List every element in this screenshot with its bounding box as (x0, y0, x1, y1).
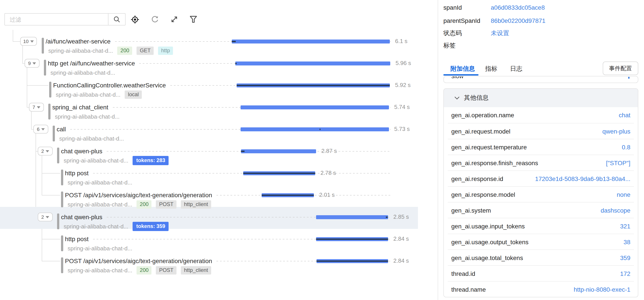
service-name: spring-ai-alibaba-chat-d... (68, 201, 132, 207)
tree-line (42, 261, 60, 261)
span-duration: 5.74 s (394, 104, 410, 110)
service-name: spring-ai-alibaba-chat-d... (64, 223, 128, 229)
timeline-bar[interactable] (316, 237, 388, 241)
self-time-stripe (262, 194, 314, 196)
span-duration: 2.84 s (393, 235, 409, 242)
span-meta: spring-ai-alibaba-chat-d... (68, 244, 132, 252)
tag-badge: http_client (181, 266, 211, 274)
attribute-value[interactable]: ["STOP"] (606, 159, 630, 166)
detail-field-value[interactable]: 86b0e02200d97871 (491, 17, 546, 24)
collapse-toggle[interactable]: 2 (38, 213, 53, 221)
timeline-bar[interactable] (241, 149, 316, 153)
attribute-key: gen_ai.request.temperature (451, 144, 527, 151)
span-meta: spring-ai-alibaba-chat-d... (68, 178, 132, 187)
timeline-bar[interactable] (316, 215, 388, 219)
span-row[interactable]: http post (65, 169, 391, 177)
tab-extra-info[interactable]: 附加信息 (450, 65, 475, 73)
attribute-value[interactable]: dashscope (601, 207, 630, 214)
span-name[interactable]: chat qwen-plus (61, 148, 102, 155)
timeline-bar[interactable] (316, 259, 388, 263)
locate-button[interactable] (130, 15, 140, 24)
timeline-bar[interactable] (243, 171, 315, 175)
timeline-bar[interactable] (235, 61, 390, 65)
span-kind-bar (42, 38, 44, 54)
attribute-row: gen_ai.response.finish_reasons["STOP"] (448, 155, 634, 171)
tree-line (27, 85, 48, 86)
timeline-bar[interactable] (232, 39, 390, 43)
tree-line (42, 239, 60, 239)
tab-logs[interactable]: 日志 (510, 65, 522, 73)
attribute-row: gen_ai.usage.output_tokens38 (448, 234, 634, 250)
collapse-toggle[interactable]: 2 (38, 147, 53, 155)
attribute-value[interactable]: 172 (620, 270, 630, 277)
attribute-key: thread.name (451, 286, 486, 293)
span-name[interactable]: http post (65, 170, 88, 177)
collapse-toggle[interactable]: 6 (33, 125, 48, 134)
child-count: 7 (32, 105, 35, 110)
span-name[interactable]: POST /api/v1/services/aigc/text-generati… (65, 191, 212, 198)
detail-field-value[interactable]: 未设置 (491, 30, 509, 37)
span-name[interactable]: chat qwen-plus (61, 213, 102, 220)
filter-funnel-button[interactable] (188, 15, 198, 24)
attribute-key: gen_ai.response.model (451, 191, 515, 198)
detail-field-value[interactable]: a06d0833dc05ace8 (491, 4, 545, 11)
span-name[interactable]: http post (65, 235, 88, 242)
self-time-stripe (386, 216, 388, 218)
filter-input[interactable] (5, 16, 108, 23)
tag-badge: 200 (137, 266, 152, 274)
search-button[interactable] (108, 14, 125, 25)
span-kind-bar (57, 148, 59, 163)
section-header-other-info[interactable]: 其他信息 (444, 89, 638, 107)
child-count: 2 (41, 214, 44, 220)
span-meta: spring-ai-alibaba-chat-d...200POSThttp_c… (68, 266, 211, 274)
attribute-value[interactable]: chat (619, 112, 630, 119)
span-kind-bar (49, 82, 51, 98)
span-kind-bar (61, 257, 63, 273)
attribute-value[interactable]: 359 (620, 254, 630, 261)
chevron-down-icon (454, 96, 460, 100)
leader-dashes (93, 169, 391, 177)
span-row[interactable]: chat qwen-plus (61, 147, 391, 155)
detail-field-label: parentSpanId (444, 17, 480, 24)
attribute-value[interactable]: none (617, 191, 630, 198)
service-name: spring-ai-alibaba-chat-d... (56, 91, 120, 98)
tree-line (27, 68, 27, 107)
timeline-bar[interactable] (240, 105, 389, 109)
tag-badge: GET (137, 46, 154, 55)
attribute-value[interactable]: 0.8 (622, 144, 630, 151)
span-name[interactable]: spring_ai chat_client (52, 104, 108, 111)
tab-metrics[interactable]: 指标 (485, 65, 498, 73)
span-name[interactable]: /ai/func/weather-service (46, 38, 111, 45)
expand-button[interactable] (170, 15, 179, 24)
span-name[interactable]: http get /ai/func/weather-service (48, 60, 135, 67)
span-kind-bar (61, 235, 63, 251)
span-row[interactable]: POST /api/v1/services/aigc/text-generati… (65, 191, 391, 199)
attribute-value[interactable]: qwen-plus (602, 128, 630, 135)
service-name: spring-ai-alibaba-chat-d... (48, 47, 113, 54)
attribute-row: gen_ai.response.modelnone (448, 186, 634, 202)
span-duration: 6.1 s (395, 38, 408, 44)
attribute-value[interactable]: http-nio-8080-exec-1 (574, 286, 630, 293)
collapse-toggle[interactable]: 7 (29, 103, 44, 112)
tree-line (31, 112, 32, 129)
collapse-toggle[interactable]: 10 (20, 37, 37, 46)
attribute-value[interactable]: 321 (620, 223, 630, 230)
trace-viewer: 10/ai/func/weather-servicespring-ai-alib… (0, 0, 644, 300)
attribute-value[interactable]: 38 (624, 238, 630, 245)
timeline-bar[interactable] (262, 193, 314, 197)
timeline-bar[interactable] (240, 127, 389, 131)
collapse-toggle[interactable]: 9 (24, 59, 40, 68)
attribute-row: gen_ai.usage.total_tokens359 (448, 249, 634, 266)
clipped-attr-value-stub (628, 77, 630, 79)
span-name[interactable]: POST /api/v1/services/aigc/text-generati… (65, 257, 212, 264)
event-config-button[interactable]: 事件配置 (603, 62, 638, 75)
span-name[interactable]: FunctionCallingController.weatherService (53, 82, 166, 89)
tag-badge: http_client (181, 200, 211, 208)
tag-badge: local (125, 90, 142, 99)
detail-field-label: spanId (444, 4, 462, 11)
refresh-button[interactable] (150, 15, 160, 24)
attribute-value[interactable]: 17203e1d-5083-9da6-9b13-80a4... (535, 175, 630, 182)
timeline-bar[interactable] (236, 83, 390, 87)
detail-field-label: 状态码 (444, 30, 462, 37)
span-name[interactable]: call (57, 126, 66, 133)
